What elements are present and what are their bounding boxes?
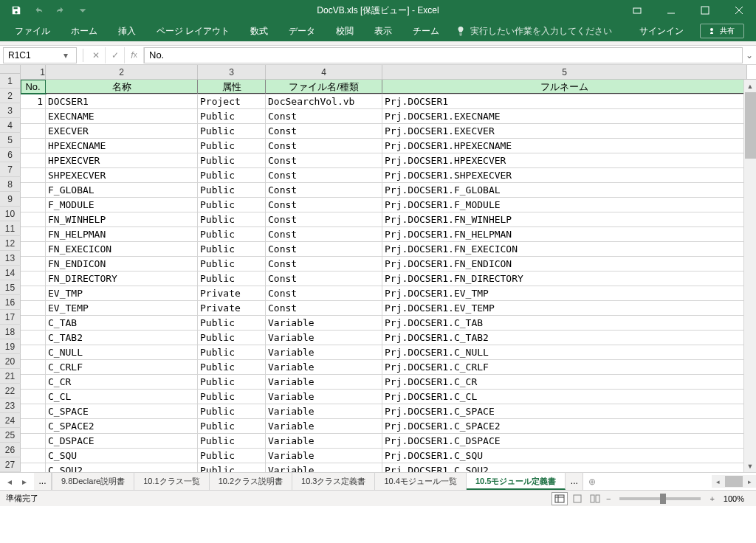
cell[interactable] <box>21 124 46 138</box>
tab-overflow-right[interactable]: ... <box>566 473 583 490</box>
row-header[interactable]: 7 <box>0 162 21 177</box>
cell[interactable] <box>21 272 46 286</box>
row-header[interactable]: 27 <box>0 457 21 472</box>
cell[interactable]: Variable <box>266 331 382 345</box>
cell[interactable]: EV_TMP <box>46 286 198 300</box>
column-header[interactable]: 4 <box>266 65 382 79</box>
row-header[interactable]: 25 <box>0 428 21 443</box>
cell[interactable]: Prj.DOCSER1.EV_TMP <box>382 286 747 300</box>
cell[interactable]: Const <box>266 286 382 300</box>
cell[interactable]: Public <box>198 375 266 389</box>
cell[interactable] <box>21 316 46 330</box>
insert-function-button[interactable]: fx <box>125 47 144 63</box>
cell[interactable]: Prj.DOCSER1.FN_DIRECTORY <box>382 272 747 286</box>
sheet-tab[interactable]: 9.8Declare説明書 <box>52 473 134 490</box>
minimize-button[interactable] <box>654 0 688 21</box>
column-header[interactable]: 2 <box>46 65 198 79</box>
row-header[interactable]: 3 <box>0 103 21 118</box>
cell[interactable]: C_CL <box>46 390 198 404</box>
active-cell[interactable]: No. <box>21 80 46 94</box>
tab-overflow-left[interactable]: ... <box>34 473 52 490</box>
ribbon-tab[interactable]: ファイル <box>4 21 61 41</box>
cell[interactable]: Variable <box>266 404 382 418</box>
hscroll-thumb[interactable] <box>725 476 743 487</box>
cell[interactable]: Prj.DOCSER1.C_SPACE2 <box>382 419 747 433</box>
row-header[interactable]: 14 <box>0 266 21 280</box>
cell[interactable] <box>21 360 46 374</box>
cell[interactable]: C_SQU <box>46 449 198 463</box>
cell[interactable] <box>21 242 46 256</box>
cell[interactable]: Prj.DOCSER1.C_SQU <box>382 449 747 463</box>
cell[interactable]: FN_WINHELP <box>46 212 198 226</box>
row-header[interactable]: 1 <box>0 74 21 89</box>
cell[interactable] <box>21 168 46 182</box>
cell[interactable]: C_DSPACE <box>46 434 198 448</box>
cell[interactable]: C_TAB <box>46 316 198 330</box>
cell[interactable]: Const <box>266 168 382 182</box>
zoom-out-button[interactable]: − <box>603 494 614 503</box>
cell[interactable]: C_SQU2 <box>46 463 198 472</box>
sheet-tab[interactable]: 10.3クラス定義書 <box>292 473 375 490</box>
cell[interactable]: C_TAB2 <box>46 331 198 345</box>
undo-button[interactable] <box>28 1 49 19</box>
cell[interactable]: Prj.DOCSER1.HPEXECVER <box>382 153 747 167</box>
cell[interactable]: Private <box>198 301 266 315</box>
normal-view-button[interactable] <box>551 492 568 505</box>
ribbon-tab[interactable]: チーム <box>402 21 450 41</box>
cell[interactable]: Prj.DOCSER1.F_MODULE <box>382 198 747 212</box>
cell[interactable]: Public <box>198 390 266 404</box>
cell[interactable]: EXECNAME <box>46 109 198 123</box>
row-header[interactable]: 22 <box>0 384 21 398</box>
cell[interactable]: Prj.DOCSER1.EXECNAME <box>382 109 747 123</box>
cell[interactable]: Const <box>266 124 382 138</box>
cell[interactable]: Prj.DOCSER1.F_GLOBAL <box>382 183 747 197</box>
header-cell[interactable]: フルネーム <box>382 80 747 94</box>
row-header[interactable]: 23 <box>0 398 21 413</box>
cell[interactable]: Public <box>198 331 266 345</box>
cell[interactable] <box>21 434 46 448</box>
sheet-tab[interactable]: 10.5モジュール定義書 <box>467 473 566 490</box>
cell[interactable]: Variable <box>266 360 382 374</box>
cell[interactable]: Project <box>198 94 266 108</box>
name-box[interactable]: R1C1 ▾ <box>3 47 77 63</box>
header-cell[interactable]: 属性 <box>198 80 266 94</box>
cell[interactable]: Const <box>266 301 382 315</box>
row-header[interactable]: 17 <box>0 310 21 325</box>
cell[interactable]: Public <box>198 316 266 330</box>
column-header[interactable]: 5 <box>382 65 747 79</box>
ribbon-tab[interactable]: ページ レイアウト <box>146 21 240 41</box>
cell[interactable]: Const <box>266 257 382 271</box>
cell[interactable]: FN_ENDICON <box>46 257 198 271</box>
ribbon-tab[interactable]: データ <box>278 21 326 41</box>
ribbon-tab[interactable]: 数式 <box>240 21 278 41</box>
hscroll-right-button[interactable]: ▸ <box>743 478 756 485</box>
scroll-up-button[interactable]: ▲ <box>744 80 756 92</box>
ribbon-tab[interactable]: ホーム <box>61 21 108 41</box>
cell[interactable]: C_CRLF <box>46 360 198 374</box>
cell[interactable] <box>21 139 46 153</box>
cell[interactable]: FN_EXECICON <box>46 242 198 256</box>
cell[interactable]: SHPEXECVER <box>46 168 198 182</box>
cell[interactable]: Public <box>198 360 266 374</box>
sheet-tab[interactable]: 10.2クラス説明書 <box>210 473 292 490</box>
cell[interactable]: HPEXECVER <box>46 153 198 167</box>
cell[interactable]: Prj.DOCSER1.FN_EXECICON <box>382 242 747 256</box>
cell[interactable]: Prj.DOCSER1.C_DSPACE <box>382 434 747 448</box>
cell[interactable]: Const <box>266 109 382 123</box>
cell[interactable]: Const <box>266 242 382 256</box>
cell[interactable]: Public <box>198 198 266 212</box>
cell[interactable]: Const <box>266 183 382 197</box>
cell[interactable]: Prj.DOCSER1.C_SQU2 <box>382 463 747 472</box>
row-header[interactable]: 20 <box>0 354 21 369</box>
cell[interactable]: Public <box>198 183 266 197</box>
page-layout-view-button[interactable] <box>569 492 585 505</box>
row-header[interactable]: 10 <box>0 207 21 221</box>
cell[interactable]: Public <box>198 139 266 153</box>
cell[interactable] <box>21 183 46 197</box>
signin-link[interactable]: サインイン <box>630 25 693 38</box>
cell[interactable] <box>21 331 46 345</box>
scroll-down-button[interactable]: ▼ <box>744 460 756 472</box>
row-header[interactable]: 2 <box>0 89 21 103</box>
row-header[interactable]: 26 <box>0 443 21 457</box>
cell[interactable]: Public <box>198 419 266 433</box>
